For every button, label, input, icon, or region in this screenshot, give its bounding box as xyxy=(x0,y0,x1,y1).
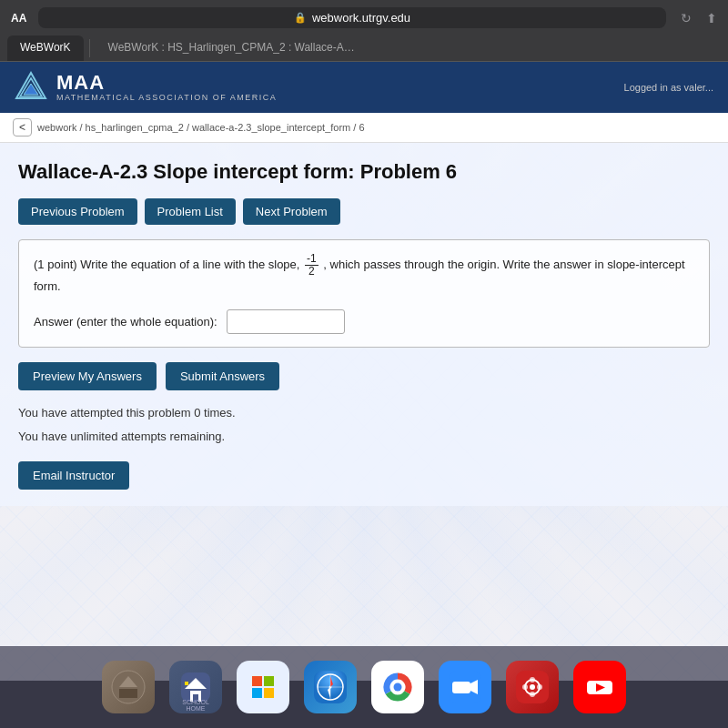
answer-input[interactable] xyxy=(227,309,345,334)
browser-tabs: WeBWorK WeBWorK : HS_Harlingen_CPMA_2 : … xyxy=(0,35,728,62)
maa-header: MAA Mathematical Association of America … xyxy=(0,62,728,113)
next-problem-button[interactable]: Next Problem xyxy=(243,198,340,225)
svg-rect-12 xyxy=(252,676,262,686)
youtube-icon[interactable] xyxy=(573,661,626,713)
problem-description: (1 point) Write the equation of a line w… xyxy=(34,253,694,297)
svg-rect-13 xyxy=(264,676,274,686)
maa-subtitle: Mathematical Association of America xyxy=(56,93,277,102)
lock-icon: 🔒 xyxy=(294,12,307,24)
svg-rect-4 xyxy=(119,689,137,698)
svg-point-33 xyxy=(530,692,535,697)
reload-button[interactable]: ↻ xyxy=(675,11,697,25)
problem-list-button[interactable]: Problem List xyxy=(145,198,236,225)
previous-problem-button[interactable]: Previous Problem xyxy=(18,198,137,225)
school-home-label: SCHOOLHOME xyxy=(182,699,209,712)
school-home-icon[interactable]: SCHOOLHOME xyxy=(169,661,222,713)
nav-buttons: Previous Problem Problem List Next Probl… xyxy=(18,198,710,225)
breadcrumb-back-button[interactable]: < xyxy=(13,118,32,136)
tab-divider xyxy=(89,39,90,57)
attempt-line-2: You have unlimited attempts remaining. xyxy=(18,427,710,447)
logged-in-text: Logged in as valer... xyxy=(624,82,713,93)
svg-point-34 xyxy=(522,684,528,690)
tab-webwork-problem[interactable]: WeBWorK : HS_Harlingen_CPMA_2 : Wallace-… xyxy=(96,35,369,61)
browser-top-bar: AA 🔒 webwork.utrgv.edu ↻ ⬆ xyxy=(0,0,728,35)
fraction-display: -1 2 xyxy=(305,253,318,278)
main-area: Wallace-A-2.3 Slope intercept form: Prob… xyxy=(0,143,728,506)
svg-marker-2 xyxy=(24,84,38,95)
maa-logo-area: MAA Mathematical Association of America xyxy=(15,71,277,104)
email-instructor-button[interactable]: Email Instructor xyxy=(18,461,129,490)
answer-row: Answer (enter the whole equation): xyxy=(34,309,694,334)
problem-box: (1 point) Write the equation of a line w… xyxy=(18,239,710,348)
problem-title: Wallace-A-2.3 Slope intercept form: Prob… xyxy=(18,159,710,186)
device-frame: AA 🔒 webwork.utrgv.edu ↻ ⬆ WeBWorK WeBWo… xyxy=(0,0,728,728)
svg-rect-14 xyxy=(252,688,262,698)
svg-rect-15 xyxy=(264,688,274,698)
share-button[interactable]: ⬆ xyxy=(706,11,717,25)
ios-dock: SCHOOLHOME xyxy=(0,646,728,728)
attempt-line-1: You have attempted this problem 0 times. xyxy=(18,403,710,423)
url-text: webwork.utrgv.edu xyxy=(312,11,410,25)
svg-point-26 xyxy=(394,683,402,692)
fraction-denominator: 2 xyxy=(307,266,317,278)
university-icon[interactable] xyxy=(102,661,155,713)
svg-point-35 xyxy=(537,684,542,690)
chrome-icon[interactable] xyxy=(371,661,424,713)
problem-text-prefix: (1 point) Write the equation of a line w… xyxy=(34,258,303,271)
submit-answers-button[interactable]: Submit Answers xyxy=(166,362,279,390)
browser-aa-button[interactable]: AA xyxy=(11,12,29,25)
zoom-icon[interactable] xyxy=(439,661,491,713)
browser-chrome: AA 🔒 webwork.utrgv.edu ↻ ⬆ WeBWorK WeBWo… xyxy=(0,0,728,62)
maa-logo-icon xyxy=(15,71,47,104)
maa-title: MAA xyxy=(56,73,277,93)
tab-webwork[interactable]: WeBWorK xyxy=(7,35,84,61)
safari-icon[interactable] xyxy=(304,661,357,713)
svg-rect-10 xyxy=(185,682,188,685)
address-bar[interactable]: 🔒 webwork.utrgv.edu xyxy=(38,7,666,28)
maa-title-area: MAA Mathematical Association of America xyxy=(56,73,277,102)
svg-point-32 xyxy=(530,677,535,682)
preview-answers-button[interactable]: Preview My Answers xyxy=(18,362,157,390)
breadcrumb-bar: < webwork / hs_harlingen_cpma_2 / wallac… xyxy=(0,113,728,143)
fraction-numerator: -1 xyxy=(305,253,318,266)
action-buttons: Preview My Answers Submit Answers xyxy=(18,362,710,390)
breadcrumb-path: webwork / hs_harlingen_cpma_2 / wallace-… xyxy=(37,122,365,133)
windows-icon[interactable] xyxy=(237,661,289,713)
answer-label: Answer (enter the whole equation): xyxy=(34,315,217,329)
svg-rect-28 xyxy=(452,682,470,693)
pattern-icon[interactable] xyxy=(506,661,559,713)
svg-point-36 xyxy=(530,684,535,690)
page-content: MAA Mathematical Association of America … xyxy=(0,62,728,681)
